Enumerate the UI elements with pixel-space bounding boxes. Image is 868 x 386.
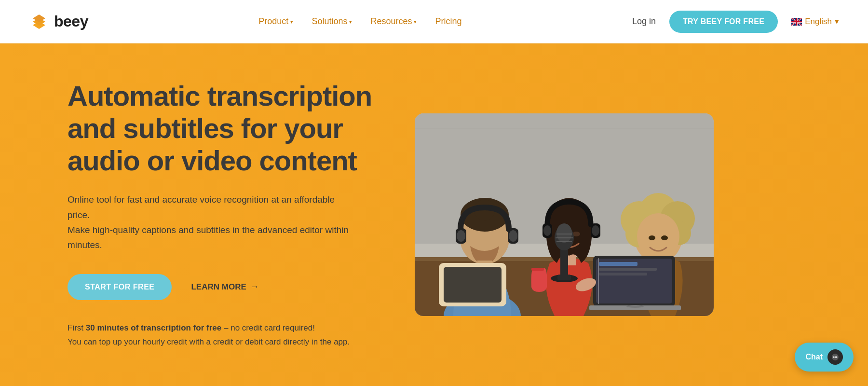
hero-section: Automatic transcription and subtitles fo… bbox=[0, 43, 868, 386]
language-chevron-icon: ▾ bbox=[835, 16, 839, 27]
login-link[interactable]: Log in bbox=[632, 16, 656, 27]
svg-rect-37 bbox=[444, 267, 502, 303]
logo-link[interactable]: beey bbox=[29, 12, 88, 32]
svg-point-57 bbox=[833, 357, 835, 358]
nav-center: Product ▾ Solutions ▾ Resources ▾ Pricin… bbox=[258, 16, 461, 27]
hero-subtitle: Online tool for fast and accurate voice … bbox=[68, 192, 357, 252]
uk-flag-icon bbox=[791, 18, 802, 26]
svg-rect-51 bbox=[599, 273, 647, 276]
svg-point-13 bbox=[509, 230, 517, 242]
svg-rect-3 bbox=[415, 128, 714, 129]
svg-point-22 bbox=[592, 225, 599, 236]
logo-text: beey bbox=[54, 13, 88, 30]
chat-bubble[interactable]: Chat bbox=[795, 343, 854, 372]
svg-rect-49 bbox=[599, 262, 637, 266]
hero-image bbox=[415, 113, 714, 316]
svg-point-53 bbox=[626, 305, 644, 308]
hero-footnote: First 30 minutes of transcription for fr… bbox=[68, 321, 386, 349]
nav-product[interactable]: Product ▾ bbox=[258, 16, 293, 27]
language-selector[interactable]: English ▾ bbox=[791, 16, 839, 27]
learn-more-link[interactable]: LEARN MORE → bbox=[191, 282, 258, 292]
svg-point-40 bbox=[556, 223, 572, 243]
hero-scene-svg bbox=[415, 113, 714, 316]
logo-icon bbox=[29, 12, 49, 32]
svg-point-59 bbox=[836, 357, 838, 358]
solutions-chevron-icon: ▾ bbox=[349, 19, 352, 25]
arrow-right-icon: → bbox=[250, 282, 259, 292]
svg-point-58 bbox=[835, 357, 836, 358]
chat-icon bbox=[827, 349, 843, 365]
svg-point-12 bbox=[457, 230, 465, 242]
try-beey-button[interactable]: TRY BEEY FOR FREE bbox=[669, 11, 778, 33]
chat-speech-icon bbox=[831, 353, 840, 361]
resources-chevron-icon: ▾ bbox=[414, 19, 417, 25]
nav-solutions[interactable]: Solutions ▾ bbox=[312, 16, 352, 27]
hero-buttons: START FOR FREE LEARN MORE → bbox=[68, 274, 386, 300]
nav-right: Log in TRY BEEY FOR FREE English ▾ bbox=[632, 11, 839, 33]
hero-content: Automatic transcription and subtitles fo… bbox=[68, 80, 415, 349]
svg-rect-55 bbox=[598, 258, 599, 304]
nav-pricing[interactable]: Pricing bbox=[435, 16, 461, 27]
svg-rect-45 bbox=[557, 275, 571, 280]
navbar: beey Product ▾ Solutions ▾ Resources ▾ P… bbox=[0, 0, 868, 43]
hero-title: Automatic transcription and subtitles fo… bbox=[68, 80, 386, 177]
chat-label: Chat bbox=[805, 353, 823, 361]
product-chevron-icon: ▾ bbox=[290, 19, 293, 25]
svg-rect-50 bbox=[599, 268, 657, 271]
svg-point-33 bbox=[649, 235, 655, 240]
start-for-free-button[interactable]: START FOR FREE bbox=[68, 274, 172, 300]
svg-rect-46 bbox=[531, 268, 544, 271]
svg-point-21 bbox=[543, 225, 551, 236]
svg-point-34 bbox=[661, 235, 668, 240]
hero-image-area bbox=[415, 113, 714, 316]
svg-point-32 bbox=[637, 213, 679, 260]
nav-resources[interactable]: Resources ▾ bbox=[370, 16, 417, 27]
